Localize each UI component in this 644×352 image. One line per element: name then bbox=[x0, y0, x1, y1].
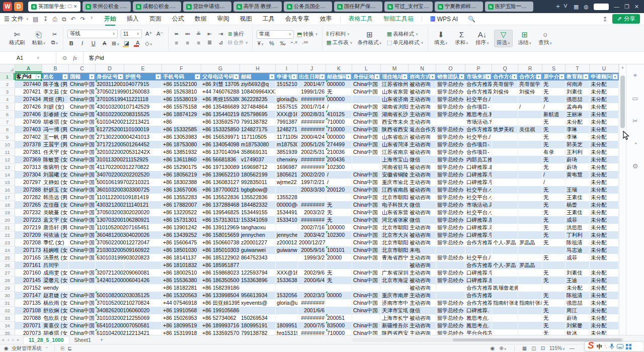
cell[interactable]: +86 15332585 bbox=[162, 126, 201, 133]
cell[interactable]: 被动咨询 bbox=[409, 284, 436, 292]
cell[interactable]: 刘俊伶 bbox=[492, 88, 518, 96]
cell[interactable]: 无 bbox=[326, 216, 352, 224]
cell[interactable]: 被动咨询 bbox=[409, 277, 436, 284]
cell[interactable]: 江苏省南京 bbox=[381, 148, 409, 156]
cell[interactable]: +86 15538019 bbox=[162, 96, 201, 103]
cell[interactable] bbox=[492, 103, 518, 111]
row-header[interactable]: 13 bbox=[0, 163, 15, 171]
cell[interactable] bbox=[518, 269, 542, 277]
header-cell[interactable]: 合作方名▼ bbox=[518, 73, 542, 80]
cell[interactable]: 207369 bbox=[15, 156, 42, 163]
cell[interactable]: 左佳薇 (女 bbox=[42, 201, 69, 209]
cell[interactable]: 207161 bbox=[15, 261, 42, 269]
system-caret-icon[interactable]: ⌃ bbox=[45, 346, 48, 350]
cell[interactable]: 000000 bbox=[326, 80, 352, 88]
cell[interactable]: 刘妍 (女) bbox=[42, 103, 69, 111]
cell[interactable]: ######## bbox=[298, 329, 326, 335]
cell[interactable]: 100000 bbox=[326, 224, 352, 231]
output-icon[interactable]: ↧ bbox=[43, 16, 48, 23]
cell[interactable] bbox=[518, 111, 542, 118]
cell[interactable]: 2000/6/4 bbox=[298, 277, 326, 284]
cell[interactable]: 未分配 bbox=[590, 239, 619, 246]
cell[interactable]: 被动咨询 bbox=[409, 231, 436, 239]
cell[interactable]: +86 18141137 bbox=[162, 254, 201, 261]
cell[interactable]: China中国 bbox=[352, 133, 381, 141]
cell[interactable]: China中国 bbox=[352, 224, 381, 231]
cell[interactable]: +86 13053983 bbox=[162, 133, 201, 141]
wrap-text-button[interactable]: ≣换行 bbox=[228, 31, 244, 38]
cell[interactable]: 无 bbox=[542, 133, 566, 141]
tab-开始[interactable]: 开始 bbox=[99, 13, 121, 25]
cell[interactable]: 500106199702210321 bbox=[96, 179, 124, 186]
cell[interactable]: +86 19910568 bbox=[162, 307, 201, 314]
underline-button[interactable]: U bbox=[90, 40, 98, 46]
cell[interactable]: 169698712 bbox=[240, 163, 276, 171]
cell[interactable]: guiwanwei bbox=[276, 246, 298, 254]
cell[interactable]: 155751588 bbox=[276, 103, 298, 111]
cell[interactable]: 无 bbox=[542, 314, 566, 322]
cell[interactable]: 主动咨询 bbox=[409, 179, 436, 186]
header-cell[interactable]: 申请专用▼ bbox=[276, 73, 298, 80]
cell[interactable]: +86 18501030 bbox=[162, 246, 201, 254]
column-header-Q[interactable]: Q bbox=[492, 64, 518, 72]
cell[interactable] bbox=[436, 118, 465, 126]
cell[interactable]: 亮哥留学 bbox=[518, 80, 542, 88]
cell[interactable]: 未分配 bbox=[590, 133, 619, 141]
cell[interactable]: 992835011 bbox=[240, 179, 276, 186]
cell[interactable]: +86 1580156591 bbox=[201, 231, 240, 239]
cell[interactable]: 山东省东营 bbox=[381, 209, 409, 216]
cell[interactable]: 未分配 bbox=[590, 284, 619, 292]
cell[interactable]: 刘俊伶 bbox=[518, 88, 542, 96]
cell[interactable]: 未分配 bbox=[590, 254, 619, 261]
cell[interactable]: ######## bbox=[298, 118, 326, 126]
cell[interactable]: gloria@uk bbox=[276, 96, 298, 103]
cell[interactable]: 2002/5/31 bbox=[298, 148, 326, 156]
cell[interactable]: 未分配 bbox=[590, 171, 619, 179]
cell[interactable] bbox=[436, 246, 465, 254]
row-header[interactable]: 34 bbox=[0, 322, 15, 329]
cell[interactable]: China中国 bbox=[69, 133, 96, 141]
cell[interactable]: China中国 bbox=[69, 171, 96, 179]
cell[interactable]: 无 bbox=[542, 224, 566, 231]
cell[interactable]: China中国 bbox=[352, 194, 381, 201]
cell[interactable]: 110105200207165451 bbox=[96, 224, 124, 231]
cell[interactable]: 2002/3/3 bbox=[298, 292, 326, 299]
cell[interactable]: 未分配 bbox=[566, 118, 590, 126]
cell[interactable]: China中国 bbox=[352, 292, 381, 299]
cell[interactable]: 亮哥留学 bbox=[492, 80, 518, 88]
cell[interactable]: 未分配 bbox=[590, 201, 619, 209]
cell[interactable]: 180995191 bbox=[276, 322, 298, 329]
cell[interactable]: 山东省济南 bbox=[381, 96, 409, 103]
cell[interactable]: 207426 bbox=[15, 103, 42, 111]
cell[interactable] bbox=[492, 194, 518, 201]
cell[interactable]: 赵君婕 (女 bbox=[42, 292, 69, 299]
row-header[interactable]: 11 bbox=[0, 148, 15, 156]
cell[interactable]: 丁利利 bbox=[566, 231, 590, 239]
cell[interactable]: 207403 bbox=[15, 126, 42, 133]
cell[interactable]: XXX@163. bbox=[276, 269, 298, 277]
cell[interactable]: China中国 bbox=[352, 209, 381, 216]
cell[interactable]: +86 1877000215 bbox=[201, 186, 240, 194]
cell[interactable]: 强思喆 bbox=[566, 96, 590, 103]
cell[interactable]: 207108 bbox=[15, 307, 42, 314]
header-cell[interactable]: 销售团队▼ bbox=[436, 73, 465, 80]
row-header[interactable]: 12 bbox=[0, 156, 15, 163]
cell[interactable]: ######## bbox=[298, 201, 326, 209]
cell[interactable]: 王瑞 bbox=[566, 186, 590, 194]
row-header[interactable]: 20 bbox=[0, 216, 15, 224]
font-color-button[interactable]: A bbox=[134, 40, 142, 47]
select-all-corner[interactable] bbox=[0, 64, 15, 72]
cell[interactable]: +86 周煜155380 bbox=[201, 96, 240, 103]
cell[interactable]: China中国 bbox=[352, 239, 381, 246]
cell[interactable]: +86 13220522 bbox=[162, 209, 201, 216]
document-tab[interactable]: S高学历 教授.xlsx bbox=[233, 2, 282, 12]
cell[interactable]: 强思喆 bbox=[566, 299, 590, 307]
header-cell[interactable]: 原中介机▼ bbox=[542, 73, 566, 80]
cell[interactable]: 20000 bbox=[326, 254, 352, 261]
merge-cells-button[interactable]: ⊟合并∨ bbox=[228, 39, 248, 46]
next-sheet-icon[interactable]: › bbox=[12, 337, 14, 342]
cell[interactable]: 102300 bbox=[326, 231, 352, 239]
cell[interactable] bbox=[326, 194, 352, 201]
cell[interactable]: 天津市宝坻 bbox=[381, 307, 409, 314]
cell[interactable]: 未分配 bbox=[590, 186, 619, 194]
